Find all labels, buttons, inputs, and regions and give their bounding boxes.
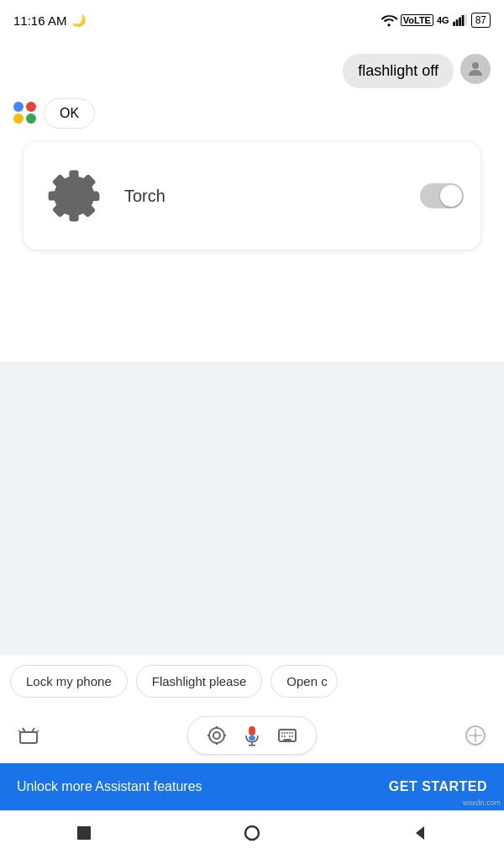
torch-card: Torch	[24, 142, 480, 250]
dot-yellow	[13, 113, 24, 124]
svg-point-37	[245, 826, 259, 840]
svg-marker-38	[416, 826, 424, 840]
suggestion-lock-phone[interactable]: Lock my phone	[10, 665, 128, 698]
torch-left: Torch	[40, 162, 165, 229]
lens-icon[interactable]	[205, 724, 228, 747]
battery-level: 87	[475, 14, 486, 26]
svg-line-10	[36, 730, 39, 733]
toggle-knob	[440, 185, 462, 207]
keyboard-icon[interactable]	[276, 724, 299, 747]
nav-back-button[interactable]	[405, 818, 435, 848]
svg-rect-17	[249, 735, 255, 741]
assistant-ok-bubble: OK	[44, 98, 95, 129]
status-bar: 11:16 AM 🌙 VoLTE 4G 87	[0, 0, 504, 40]
main-content: flashlight off OK	[0, 40, 504, 854]
dot-blue	[13, 102, 24, 112]
compass-icon[interactable]	[460, 720, 491, 751]
moon-icon: 🌙	[71, 13, 86, 27]
torch-gear-icon	[40, 162, 108, 229]
status-time: 11:16 AM	[13, 13, 66, 28]
svg-rect-0	[453, 22, 455, 26]
nav-bar	[0, 810, 504, 854]
suggestion-flashlight[interactable]: Flashlight please	[136, 665, 263, 698]
toolbar-center	[187, 716, 317, 755]
svg-point-11	[209, 728, 224, 743]
svg-rect-4	[465, 14, 467, 26]
battery-icon: 87	[471, 13, 491, 28]
user-avatar	[460, 54, 491, 84]
assistant-row: OK	[13, 98, 491, 129]
volte-icon: VoLTE	[401, 14, 433, 26]
wifi-icon	[381, 13, 397, 27]
torch-toggle[interactable]	[420, 183, 464, 208]
dot-green	[26, 113, 36, 124]
svg-point-5	[472, 62, 479, 69]
svg-rect-36	[77, 826, 91, 840]
mic-button[interactable]	[240, 724, 264, 747]
svg-point-35	[474, 734, 477, 737]
dot-red	[26, 102, 36, 112]
gray-section	[0, 361, 504, 656]
chat-area: flashlight off OK	[0, 40, 504, 361]
svg-rect-1	[455, 19, 458, 26]
bottom-toolbar	[0, 708, 504, 763]
get-started-button[interactable]: GET STARTED	[389, 779, 487, 794]
status-icons: VoLTE 4G 87	[381, 13, 491, 28]
banner: Unlock more Assistant features GET START…	[0, 763, 504, 810]
torch-label: Torch	[124, 187, 165, 206]
nav-circle-button[interactable]	[237, 818, 267, 848]
svg-rect-3	[461, 15, 464, 26]
4g-icon: 4G	[437, 15, 449, 25]
nav-square-button[interactable]	[69, 818, 99, 848]
svg-line-9	[18, 730, 21, 733]
svg-rect-18	[249, 726, 255, 735]
watermark: wsxdn.com	[463, 799, 501, 807]
broadcast-icon[interactable]	[13, 720, 44, 751]
avatar-icon	[465, 59, 486, 79]
user-message-row: flashlight off	[13, 54, 491, 88]
user-bubble: flashlight off	[343, 54, 454, 88]
svg-point-12	[213, 732, 220, 739]
banner-text: Unlock more Assistant features	[17, 779, 202, 794]
signal-icon	[453, 14, 468, 26]
svg-rect-2	[459, 18, 461, 27]
suggestion-open[interactable]: Open c	[270, 665, 338, 698]
suggestions-row: Lock my phone Flashlight please Open c	[0, 655, 504, 708]
google-assistant-logo	[13, 102, 37, 124]
svg-rect-6	[20, 732, 37, 743]
